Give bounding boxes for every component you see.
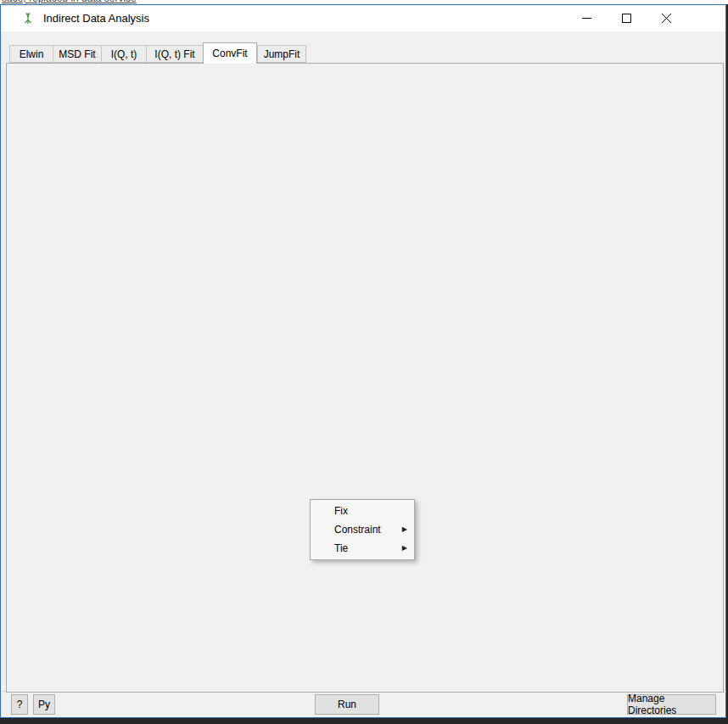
tab-iqt-fit[interactable]: I(Q, t) Fit bbox=[146, 45, 204, 63]
close-button-icon[interactable] bbox=[647, 5, 686, 31]
submenu-arrow-icon: ▶ bbox=[402, 520, 407, 539]
tab-elwin[interactable]: Elwin bbox=[9, 45, 53, 63]
python-export-button[interactable]: Py bbox=[33, 694, 55, 715]
run-button[interactable]: Run bbox=[315, 694, 379, 715]
context-menu-item-fix[interactable]: Fix bbox=[311, 502, 414, 520]
manage-directories-button[interactable]: Manage Directories bbox=[627, 694, 716, 715]
minimize-button-icon[interactable] bbox=[567, 5, 606, 31]
tab-msd-fit[interactable]: MSD Fit bbox=[53, 45, 102, 63]
context-menu-item-tie[interactable]: Tie▶ bbox=[311, 539, 414, 558]
mantis-app-icon bbox=[21, 12, 35, 25]
titlebar: Indirect Data Analysis bbox=[1, 5, 725, 31]
maximize-button-icon[interactable] bbox=[607, 5, 646, 31]
screen: sace, replaced in data service Indirect … bbox=[0, 0, 728, 724]
tab-iqt[interactable]: I(Q, t) bbox=[101, 45, 147, 63]
app-window: Indirect Data Analysis Elwin MSD Fit I(Q… bbox=[0, 4, 726, 718]
tab-jumpfit[interactable]: JumpFit bbox=[257, 45, 306, 63]
help-button[interactable]: ? bbox=[11, 694, 28, 715]
submenu-arrow-icon: ▶ bbox=[402, 539, 407, 558]
tab-convfit[interactable]: ConvFit bbox=[203, 42, 257, 64]
context-menu: FixConstraint▶Tie▶ bbox=[310, 499, 415, 560]
context-menu-item-constraint[interactable]: Constraint▶ bbox=[311, 520, 414, 539]
convfit-tab-pane bbox=[6, 63, 724, 693]
window-title: Indirect Data Analysis bbox=[43, 12, 149, 25]
